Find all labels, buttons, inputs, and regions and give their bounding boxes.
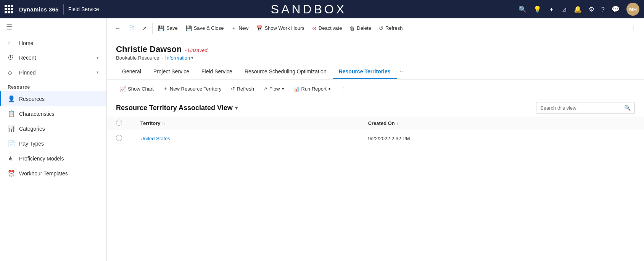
unsaved-badge: - Unsaved xyxy=(185,47,207,53)
show-chart-label: Show Chart xyxy=(128,86,154,92)
sort-icon: ↑↓ xyxy=(162,121,166,125)
bell-icon[interactable]: 🔔 xyxy=(574,6,582,13)
tab-resource-scheduling-optimization[interactable]: Resource Scheduling Optimization xyxy=(238,65,333,79)
delete-icon: 🗑 xyxy=(349,25,355,31)
sidebar-item-proficiency-models[interactable]: ★ Proficiency Models xyxy=(0,151,106,166)
sidebar-item-characteristics[interactable]: 📋 Characteristics xyxy=(0,106,106,121)
hamburger-menu[interactable]: ☰ xyxy=(0,18,106,36)
subgrid-more-button[interactable]: ⋮ xyxy=(338,84,350,94)
data-table: Territory ↑↓ Created On ↓ xyxy=(107,117,644,147)
pin-icon: ◇ xyxy=(8,69,15,76)
toolbar-divider xyxy=(152,23,153,34)
deactivate-icon: ⊘ xyxy=(312,25,317,31)
sidebar-item-home[interactable]: ⌂ Home xyxy=(0,36,106,50)
territory-link[interactable]: United States xyxy=(140,136,170,141)
save-button[interactable]: 💾 Save xyxy=(154,23,182,34)
subgrid-toolbar: 📈 Show Chart ＋ New Resource Territory ↺ … xyxy=(107,79,644,98)
flow-icon: ↗ xyxy=(263,86,267,92)
subgrid-header: Resource Territory Associated View ▾ 🔍 xyxy=(107,98,644,117)
delete-button[interactable]: 🗑 Delete xyxy=(346,23,375,34)
sidebar-item-workhour-templates[interactable]: ⏰ Workhour Templates xyxy=(0,166,106,181)
tab-project-service[interactable]: Project Service xyxy=(147,65,195,79)
save-close-icon: 💾 xyxy=(185,25,192,31)
tab-more-button[interactable]: ··· xyxy=(397,65,408,79)
back-button[interactable]: ← xyxy=(111,23,124,34)
record-name: Christie Dawson xyxy=(116,44,182,54)
module-label: Field Service xyxy=(68,6,99,12)
search-submit-button[interactable]: 🔍 xyxy=(620,102,634,113)
record-icon-button[interactable]: 📄 xyxy=(124,23,138,34)
subgrid-title-chevron[interactable]: ▾ xyxy=(235,105,238,111)
sidebar-item-pay-types[interactable]: 📄 Pay Types xyxy=(0,136,106,151)
sidebar-item-label: Pinned xyxy=(19,70,36,76)
help-icon[interactable]: ? xyxy=(601,6,605,13)
subtitle-dot: · xyxy=(161,55,163,61)
record-view-link[interactable]: Information ▾ xyxy=(165,55,193,61)
sidebar-item-recent[interactable]: ⏱ Recent ▾ xyxy=(0,50,106,65)
brand-label: Dynamics 365 xyxy=(19,6,59,13)
flow-button[interactable]: ↗ Flow ▾ xyxy=(259,84,288,94)
save-close-button[interactable]: 💾 Save & Close xyxy=(182,23,228,34)
sidebar-item-label: Categories xyxy=(19,126,45,132)
show-chart-button[interactable]: 📈 Show Chart xyxy=(116,84,158,94)
tab-general[interactable]: General xyxy=(116,65,147,79)
table-header-checkbox xyxy=(107,117,131,130)
waffle-menu[interactable] xyxy=(5,5,13,13)
sidebar-item-pinned[interactable]: ◇ Pinned ▾ xyxy=(0,65,106,80)
chat-icon[interactable]: 💬 xyxy=(612,6,620,13)
report-icon: 📊 xyxy=(293,86,299,92)
record-subtitle: Bookable Resource · Information ▾ xyxy=(116,55,635,61)
show-work-hours-label: Show Work Hours xyxy=(264,25,304,31)
new-button[interactable]: ＋ New xyxy=(227,23,252,34)
refresh-button[interactable]: ↺ Refresh xyxy=(375,23,407,34)
plus-icon[interactable]: ＋ xyxy=(548,6,555,13)
chevron-down-icon: ▾ xyxy=(97,55,99,60)
subgrid-title: Resource Territory Associated View ▾ xyxy=(116,104,238,112)
select-all-checkbox[interactable] xyxy=(116,120,122,126)
sidebar-item-label: Characteristics xyxy=(19,111,55,117)
row-checkbox[interactable] xyxy=(116,135,122,141)
run-report-label: Run Report xyxy=(301,86,327,92)
run-report-button[interactable]: 📊 Run Report ▾ xyxy=(290,84,335,94)
home-icon: ⌂ xyxy=(8,40,15,47)
lightbulb-icon[interactable]: 💡 xyxy=(533,6,541,13)
avatar[interactable]: MH xyxy=(626,3,639,16)
sort-territory[interactable]: Territory ↑↓ xyxy=(140,120,350,126)
row-created-on: 9/22/2022 2:32 PM xyxy=(359,130,644,147)
sidebar-section-resource: Resource xyxy=(0,80,106,91)
calendar-icon: 📅 xyxy=(256,25,262,31)
tabs: General Project Service Field Service Re… xyxy=(107,65,644,79)
sidebar-item-label: Resources xyxy=(19,96,45,102)
toolbar-more-button[interactable]: ⋮ xyxy=(627,23,639,33)
search-input[interactable] xyxy=(536,103,620,113)
table-header-territory: Territory ↑↓ xyxy=(131,117,359,130)
chevron-down-icon: ▾ xyxy=(191,55,193,60)
more-icon: ⋮ xyxy=(341,86,346,92)
show-work-hours-button[interactable]: 📅 Show Work Hours xyxy=(252,23,308,34)
tab-field-service[interactable]: Field Service xyxy=(195,65,238,79)
search-box: 🔍 xyxy=(536,102,635,113)
settings-icon[interactable]: ⚙ xyxy=(589,6,594,13)
sidebar-item-categories[interactable]: 📊 Categories xyxy=(0,121,106,136)
sort-created-on[interactable]: Created On ↓ xyxy=(368,120,635,126)
row-territory: United States xyxy=(131,130,359,147)
open-new-window-button[interactable]: ↗ xyxy=(138,23,151,34)
subgrid-refresh-button[interactable]: ↺ Refresh xyxy=(227,84,258,94)
sandbox-title: SANDBOX xyxy=(104,2,514,16)
new-resource-territory-label: New Resource Territory xyxy=(170,86,222,92)
new-resource-territory-button[interactable]: ＋ New Resource Territory xyxy=(159,83,225,94)
tab-resource-territories[interactable]: Resource Territories xyxy=(333,65,397,79)
proficiency-icon: ★ xyxy=(8,155,15,162)
more-icon: ⋮ xyxy=(631,25,636,31)
sidebar-item-resources[interactable]: 👤 Resources xyxy=(0,91,106,106)
filter-icon[interactable]: ⊿ xyxy=(562,6,567,13)
open-new-icon: ↗ xyxy=(142,25,147,31)
sidebar: ☰ ⌂ Home ⏱ Recent ▾ ◇ Pinned ▾ Resource … xyxy=(0,18,107,261)
save-label: Save xyxy=(166,25,178,31)
refresh-label: Refresh xyxy=(385,25,403,31)
deactivate-button[interactable]: ⊘ Deactivate xyxy=(308,23,346,34)
search-icon[interactable]: 🔍 xyxy=(518,6,526,13)
workhour-icon: ⏰ xyxy=(8,170,15,177)
table-row: United States 9/22/2022 2:32 PM xyxy=(107,130,644,147)
chevron-down-icon: ▾ xyxy=(282,86,284,91)
